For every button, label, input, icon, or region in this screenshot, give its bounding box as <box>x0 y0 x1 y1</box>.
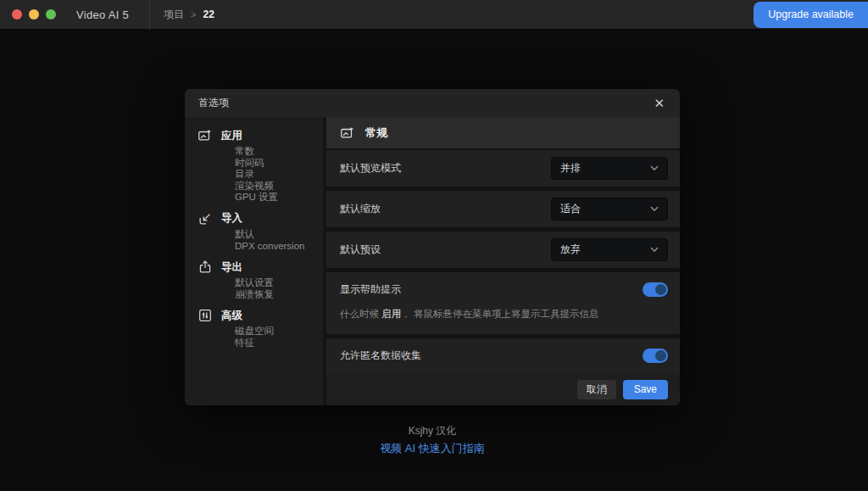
sidebar-item-application[interactable]: 应用 <box>198 128 323 143</box>
sidebar-section-advanced: 高级 磁盘空间 特征 <box>198 308 323 349</box>
sidebar-section-label: 高级 <box>221 309 242 323</box>
preferences-sidebar: 应用 常数 时间码 目录 渲染视频 GPU 设置 <box>185 117 326 405</box>
setting-label: 显示帮助提示 <box>340 282 401 297</box>
default-zoom-dropdown[interactable]: 适合 <box>551 198 668 220</box>
titlebar: Video AI 5 项目 > 22 v5.3.1 Upgrade availa… <box>0 0 868 30</box>
app-window-icon <box>198 128 213 143</box>
app-title: Video AI 5 <box>76 8 129 21</box>
setting-description: 什么时候 启用， 将鼠标悬停在菜单项上将显示工具提示信息 <box>340 308 668 321</box>
breadcrumb: 项目 > 22 <box>164 8 214 22</box>
window-controls <box>12 9 56 20</box>
breadcrumb-separator-icon: > <box>191 9 196 20</box>
sidebar-item-features[interactable]: 特征 <box>235 338 323 349</box>
close-window-button[interactable] <box>12 9 22 20</box>
show-help-tooltips-toggle[interactable] <box>643 282 668 297</box>
breadcrumb-section[interactable]: 项目 <box>164 8 184 22</box>
chevron-down-icon <box>650 247 659 253</box>
sidebar-item-directories[interactable]: 目录 <box>235 169 323 181</box>
breadcrumb-item: 22 <box>203 8 214 20</box>
setting-label: 允许匿名数据收集 <box>340 349 421 363</box>
sidebar-item-disk-space[interactable]: 磁盘空间 <box>235 326 323 338</box>
titlebar-divider <box>149 0 150 30</box>
cancel-button[interactable]: 取消 <box>577 380 616 399</box>
sidebar-item-advanced[interactable]: 高级 <box>198 308 323 323</box>
default-preset-dropdown[interactable]: 放弃 <box>551 238 668 261</box>
setting-row-anonymous-data-collection: 允许匿名数据收集 允许 Video AI 收集 匿名信息 用于维护和改进应用程序 <box>326 338 680 373</box>
sidebar-item-timecode[interactable]: 时间码 <box>235 158 323 170</box>
sidebar-item-import[interactable]: 导入 <box>198 211 323 226</box>
sidebar-item-crash-recovery[interactable]: 崩溃恢复 <box>235 289 323 301</box>
setting-row-default-preset: 默认预设 放弃 <box>326 232 680 268</box>
advanced-sliders-icon <box>198 308 213 323</box>
anonymous-data-toggle[interactable] <box>643 349 668 363</box>
setting-row-default-zoom: 默认缩放 适合 <box>326 191 680 227</box>
dialog-title: 首选项 <box>198 96 229 110</box>
setting-label: 默认预设 <box>340 243 381 257</box>
export-icon <box>198 259 213 275</box>
sidebar-section-import: 导入 默认 DPX conversion <box>198 211 323 252</box>
sidebar-item-export[interactable]: 导出 <box>198 259 323 275</box>
close-icon[interactable]: ✕ <box>652 95 666 111</box>
localization-credit: Ksjhy 汉化 <box>0 424 865 438</box>
upgrade-button[interactable]: Upgrade available <box>754 2 868 28</box>
preferences-dialog: 首选项 ✕ 应用 常数 时间码 <box>185 89 680 405</box>
sidebar-section-label: 应用 <box>221 129 242 143</box>
import-icon <box>198 211 213 226</box>
sidebar-section-label: 导出 <box>221 260 242 275</box>
setting-label: 默认预览模式 <box>340 161 401 176</box>
sidebar-section-label: 导入 <box>221 211 242 226</box>
setting-label: 默认缩放 <box>340 202 381 216</box>
setting-row-show-help-tooltips: 显示帮助提示 什么时候 启用， 将鼠标悬停在菜单项上将显示工具提示信息 <box>326 272 680 334</box>
dropdown-value: 放弃 <box>560 243 581 257</box>
save-button[interactable]: Save <box>623 380 668 399</box>
sidebar-item-export-defaults[interactable]: 默认设置 <box>235 277 323 289</box>
quick-start-guide-link[interactable]: 视频 AI 快速入门指南 <box>0 441 865 456</box>
dropdown-value: 并排 <box>560 161 581 176</box>
setting-row-default-preview-mode: 默认预览模式 并排 <box>326 150 680 187</box>
zoom-window-button[interactable] <box>46 9 56 20</box>
sidebar-section-export: 导出 默认设置 崩溃恢复 <box>198 259 323 300</box>
dropdown-value: 适合 <box>560 202 581 216</box>
sidebar-item-gpu-settings[interactable]: GPU 设置 <box>235 192 323 204</box>
sidebar-section-application: 应用 常数 时间码 目录 渲染视频 GPU 设置 <box>198 128 323 204</box>
panel-header: 常规 <box>326 117 680 148</box>
minimize-window-button[interactable] <box>29 9 39 20</box>
chevron-down-icon <box>650 206 659 212</box>
sidebar-item-constants[interactable]: 常数 <box>235 146 323 158</box>
preferences-panel: 常规 默认预览模式 并排 默认缩放 适合 <box>326 117 680 405</box>
sidebar-item-dpx-conversion[interactable]: DPX conversion <box>235 241 323 253</box>
dialog-footer: 取消 Save <box>326 373 680 405</box>
default-preview-mode-dropdown[interactable]: 并排 <box>551 157 668 180</box>
panel-title: 常规 <box>365 126 387 141</box>
sidebar-item-render-video[interactable]: 渲染视频 <box>235 181 323 192</box>
sidebar-item-import-default[interactable]: 默认 <box>235 229 323 241</box>
app-window-icon <box>340 126 355 141</box>
dialog-header: 首选项 ✕ <box>185 89 680 117</box>
chevron-down-icon <box>650 165 659 171</box>
